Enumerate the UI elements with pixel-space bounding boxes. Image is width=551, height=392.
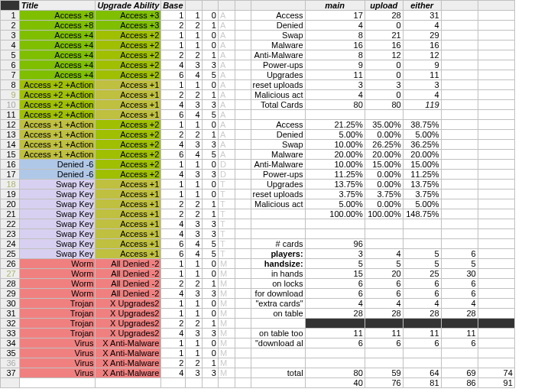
cell[interactable]: 4 <box>161 219 186 229</box>
cell-value[interactable]: 28 <box>403 309 441 319</box>
cell-label[interactable]: "extra cards" <box>251 299 305 309</box>
cell-value[interactable] <box>441 31 478 40</box>
cell[interactable]: 1 <box>186 259 202 269</box>
cell-upgrade[interactable]: All Denied -2 <box>96 279 161 289</box>
cell-title[interactable]: Access +8 <box>19 21 96 31</box>
cell-value[interactable]: 21.25% <box>305 120 365 130</box>
cell-value[interactable] <box>365 239 403 249</box>
cell-value[interactable]: 3 <box>305 80 365 90</box>
row-header[interactable]: 28 <box>1 279 20 289</box>
cell[interactable] <box>235 368 251 378</box>
cell-key[interactable]: A <box>218 21 235 31</box>
cell[interactable]: 2 <box>161 130 186 140</box>
cell[interactable] <box>235 199 251 209</box>
cell-key[interactable]: A <box>218 120 235 130</box>
cell-key[interactable]: M <box>218 348 235 358</box>
cell[interactable]: 4 <box>186 110 202 120</box>
cell-value[interactable] <box>441 140 478 150</box>
cell-value[interactable]: 9 <box>305 60 365 70</box>
cell-value[interactable] <box>441 60 478 70</box>
select-all[interactable] <box>1 1 20 11</box>
cell[interactable]: 4 <box>186 239 202 249</box>
row[interactable]: 28WormAll Denied -2221Mon locks6666 <box>1 279 551 289</box>
cell-label[interactable]: Malware <box>251 150 305 160</box>
cell[interactable]: 5 <box>202 110 218 120</box>
cell[interactable]: 1 <box>202 199 218 209</box>
cell-key[interactable]: M <box>218 339 235 348</box>
cell-value[interactable]: 0 <box>365 21 403 31</box>
row-header[interactable]: 27 <box>1 269 20 279</box>
cell-key[interactable]: A <box>218 11 235 21</box>
cell-title[interactable]: Access +8 <box>19 11 96 21</box>
cell-label[interactable]: handsize: <box>251 259 305 269</box>
cell-value[interactable]: 15.00% <box>365 160 403 170</box>
cell[interactable]: 4 <box>186 70 202 80</box>
cell-value[interactable]: 36.25% <box>403 140 441 150</box>
cell-value[interactable] <box>441 160 478 170</box>
cell[interactable] <box>235 70 251 80</box>
cell-value[interactable]: 6 <box>365 279 403 289</box>
row-header[interactable]: 22 <box>1 219 20 229</box>
cell-value[interactable]: 20.00% <box>365 150 403 160</box>
cell-value[interactable]: 11 <box>365 329 403 339</box>
cell-value[interactable]: 69 <box>441 368 478 378</box>
cell[interactable]: 0 <box>202 180 218 190</box>
cell[interactable] <box>441 358 478 368</box>
cell-value[interactable]: 31 <box>403 11 441 21</box>
row-header[interactable]: 30 <box>1 299 20 309</box>
cell[interactable]: 1 <box>202 90 218 100</box>
row[interactable]: 33TrojanX Upgrades2433Mon table too11111… <box>1 329 551 339</box>
cell[interactable] <box>441 219 478 229</box>
cell[interactable]: 0 <box>202 11 218 21</box>
cell-title[interactable]: Swap Key <box>19 239 96 249</box>
cell[interactable]: 1 <box>161 180 186 190</box>
cell-title[interactable]: Access +4 <box>19 40 96 50</box>
cell-value[interactable]: 0.00% <box>365 199 403 209</box>
cell[interactable]: 5 <box>202 249 218 259</box>
row[interactable]: 25Swap KeyAccess +1645Tplayers:3456 <box>1 249 551 259</box>
cell-title[interactable]: Worm <box>19 289 96 299</box>
cell[interactable]: 0 <box>202 309 218 319</box>
cell[interactable] <box>235 80 251 90</box>
row-header[interactable]: 2 <box>1 21 20 31</box>
cell-value[interactable] <box>478 329 514 339</box>
cell-value[interactable]: 86 <box>441 378 478 388</box>
cell-value[interactable] <box>403 239 441 249</box>
cell-label[interactable] <box>251 209 305 219</box>
cell-value[interactable] <box>441 190 478 199</box>
cell-value[interactable] <box>441 170 478 180</box>
cell-value[interactable] <box>441 70 478 80</box>
cell-title[interactable]: Virus <box>19 339 96 348</box>
cell-upgrade[interactable]: X Upgrades2 <box>96 309 161 319</box>
cell-upgrade[interactable]: Access +2 <box>96 120 161 130</box>
cell[interactable]: 3 <box>186 140 202 150</box>
cell[interactable] <box>235 378 251 388</box>
cell[interactable] <box>235 239 251 249</box>
cell-value[interactable]: 6 <box>403 339 441 348</box>
cell[interactable]: 2 <box>161 50 186 60</box>
cell-upgrade[interactable]: X Upgrades2 <box>96 329 161 339</box>
cell-upgrade[interactable]: Access +1 <box>96 180 161 190</box>
cell[interactable]: 1 <box>161 259 186 269</box>
cell[interactable] <box>235 259 251 269</box>
cell-value[interactable]: 29 <box>403 31 441 40</box>
cell[interactable]: 1 <box>202 130 218 140</box>
row[interactable]: 19Swap KeyAccess +1110Treset uploads3.75… <box>1 190 551 199</box>
cell-value[interactable]: 5.00% <box>403 199 441 209</box>
cell-value[interactable] <box>478 180 514 190</box>
cell-title[interactable]: Worm <box>19 269 96 279</box>
cell[interactable] <box>235 31 251 40</box>
cell[interactable]: 4 <box>161 229 186 239</box>
cell[interactable] <box>235 130 251 140</box>
cell-value[interactable]: 4 <box>305 21 365 31</box>
cell[interactable]: 1 <box>186 180 202 190</box>
cell-black[interactable] <box>403 319 441 329</box>
cell[interactable] <box>305 358 365 368</box>
cell[interactable]: 1 <box>186 40 202 50</box>
cell-value[interactable] <box>478 309 514 319</box>
cell-upgrade[interactable]: Access +1 <box>96 209 161 219</box>
cell-value[interactable]: 5.00% <box>403 130 441 140</box>
cell-value[interactable]: 16 <box>403 40 441 50</box>
cell-label[interactable]: Denied <box>251 21 305 31</box>
cell-value[interactable]: 11.25% <box>403 170 441 180</box>
